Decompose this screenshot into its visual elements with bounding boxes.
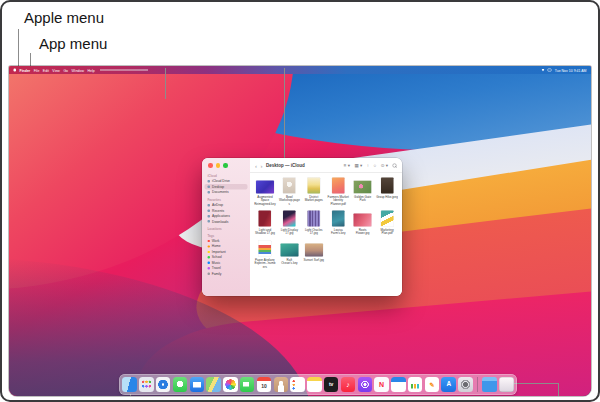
apple-menu[interactable] [14,69,17,72]
file-item[interactable]: Bowl Workshop.pages [278,177,300,205]
minimize-button[interactable] [216,163,221,168]
file-item[interactable]: Paper Airplane Experim...numbers [254,240,276,268]
dock-icon[interactable] [173,377,188,392]
app-menu-item[interactable]: View [52,68,60,72]
forward-button[interactable]: › [261,163,263,169]
sidebar-item-label: Important [212,250,226,253]
dock-icon[interactable] [139,377,154,392]
dock-icon[interactable] [223,377,238,392]
dock-icon[interactable] [408,377,423,392]
file-name: Light Display 17.jpg [278,228,300,235]
callout-line-menubar [165,68,166,99]
file-thumbnail-wrap [354,177,372,194]
file-item[interactable]: Group Hike.jpeg [376,177,398,205]
close-button[interactable] [208,163,213,168]
dock-icon[interactable] [358,377,373,392]
dock-icon[interactable] [156,377,171,392]
dock-icon[interactable]: ✎ [425,377,440,392]
dock-icon[interactable] [122,377,137,392]
file-thumbnail [354,181,372,194]
app-menu-item[interactable]: File [34,68,40,72]
sidebar-item[interactable]: Family [205,271,248,276]
sidebar-section-header: Locations [208,228,251,231]
dock-icon[interactable]: tv [324,377,339,392]
sidebar-item[interactable]: Applications [205,213,248,218]
app-menu-item[interactable]: Help [88,68,95,72]
file-item[interactable]: Light and Shadow 17.jpg [254,210,276,235]
dock-icon[interactable] [206,377,221,392]
file-item[interactable]: Light Display 17.jpg [278,210,300,235]
dock-icon-glyph: tv [329,382,333,387]
sidebar-item[interactable]: Documents [205,189,248,194]
file-name: Augmented Space Reimagined.key [254,195,276,205]
dock-icon[interactable] [307,377,322,392]
app-menu-item[interactable]: Edit [43,68,49,72]
finder-sidebar: iCloud iCloud Drive [202,158,250,296]
control-center-icon[interactable] [548,69,552,72]
file-thumbnail-wrap [332,177,345,194]
menu-bar-content: FinderFileEditViewGoWindowHelp Tue Nov 1… [9,66,591,74]
callout-line-apple-menu [18,29,19,69]
sidebar-item-icon [208,220,211,223]
dock-icon-glyph: ✎ [429,382,434,388]
sidebar-item-label: Home [212,245,221,248]
sidebar-item-label: Music [212,261,221,264]
file-item[interactable]: Light Oracles 17.jpg [303,210,325,235]
wifi-icon[interactable] [542,69,545,72]
menu-bar: FinderFileEditViewGoWindowHelp Tue Nov 1… [9,66,591,74]
finder-window: iCloud iCloud Drive [202,158,402,296]
app-menu-item[interactable]: Window [72,68,84,72]
toolbar-icon[interactable]: ⊙ ▾ [381,163,388,168]
dock-icon[interactable] [458,377,473,392]
sidebar-item-icon [208,180,211,183]
finder-toolbar: ‹ › Desktop — iCloud ≡ ▾▦ ▾↑○⊙ ▾ [250,158,402,173]
toolbar-icon[interactable]: ▦ ▾ [354,163,362,168]
file-item[interactable]: Sunset Surf.jpg [303,240,325,268]
file-item[interactable]: Roots Flower.jpg [352,210,374,235]
file-item[interactable]: Raft Ocean's.key [278,240,300,268]
file-item[interactable]: District Market.pages [303,177,325,205]
file-name: Sunset Surf.jpg [304,258,325,261]
app-menu-item[interactable]: Finder [20,68,31,72]
file-item[interactable]: Farmers Market Identity Planner.pdf [327,177,349,205]
sidebar-item-label: Work [212,239,220,242]
file-thumbnail-wrap [280,240,298,257]
sidebar-item-icon [208,245,210,247]
file-thumbnail [308,178,321,194]
dock-icon[interactable] [482,377,497,392]
dock-icon[interactable] [240,377,255,392]
dock-icon[interactable] [477,377,478,392]
app-menu-item[interactable]: Go [63,68,68,72]
dock-icon[interactable] [274,377,289,392]
menu-bar-clock[interactable]: Tue Nov 10 9:41 AM [555,68,587,72]
dock-icon[interactable]: 10 [257,377,272,392]
file-name: Light Oracles 17.jpg [303,228,325,235]
toolbar-icon[interactable]: ≡ ▾ [344,163,350,168]
toolbar-icon[interactable]: ○ [374,163,377,168]
toolbar-icon[interactable]: ↑ [367,163,369,168]
sidebar-item-icon [208,209,211,212]
file-item[interactable]: Golden Gate Park [352,177,374,205]
dock-icon[interactable] [190,377,205,392]
file-item[interactable]: Louisa Farm's.key [327,210,349,235]
file-thumbnail [381,211,394,227]
dock-icon[interactable]: N [374,377,389,392]
dock-icon[interactable] [391,377,406,392]
dock-icon[interactable] [499,377,514,392]
dock-icon[interactable]: A [441,377,456,392]
file-item[interactable]: Augmented Space Reimagined.key [254,177,276,205]
back-button[interactable]: ‹ [255,163,257,169]
dock-icon[interactable]: ♪ [341,377,356,392]
file-thumbnail-wrap [283,177,296,194]
file-thumbnail [283,211,296,227]
app-menus: FinderFileEditViewGoWindowHelp [20,68,95,72]
zoom-button[interactable] [223,163,228,168]
file-item[interactable]: Marketing Plan.pdf [376,210,398,235]
file-thumbnail [256,181,274,194]
sidebar-item-icon [208,273,210,275]
file-name: Raft Ocean's.key [278,258,300,265]
toolbar-icon[interactable] [393,163,398,168]
sidebar-item[interactable]: Downloads [205,219,248,224]
sidebar-item[interactable]: Recents [205,208,248,213]
dock-icon[interactable] [290,377,305,392]
